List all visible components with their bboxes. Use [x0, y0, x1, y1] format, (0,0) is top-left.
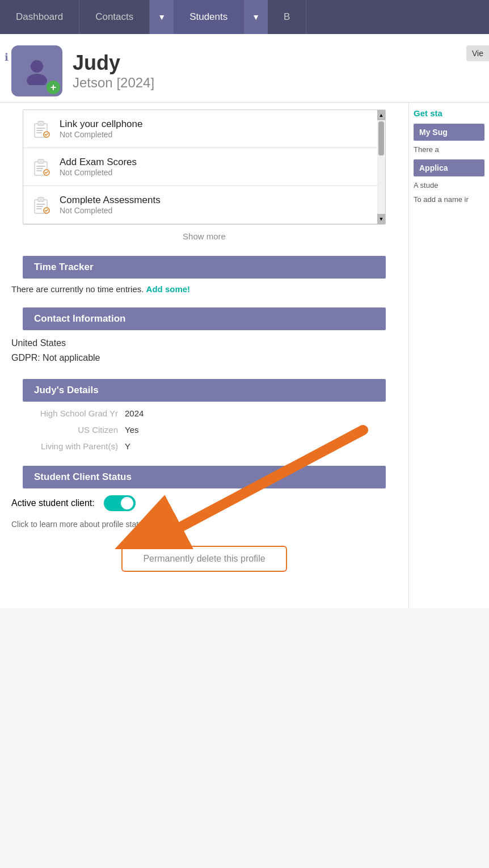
clipboard-icon-3	[30, 194, 52, 216]
svg-rect-12	[38, 198, 44, 201]
checklist-title-assessments: Complete Assessments	[60, 195, 161, 206]
gdpr-text: GDPR: Not applicable	[11, 351, 397, 365]
show-more-button[interactable]: Show more	[11, 225, 397, 248]
gradyr-label: High School Grad Yr	[11, 408, 125, 418]
status-section: Student Client Status Active student cli…	[11, 466, 397, 583]
checklist-text-cellphone: Link your cellphone Not Completed	[60, 119, 142, 139]
my-suggestions-btn[interactable]: My Sug	[414, 124, 484, 141]
info-icon[interactable]: ℹ	[5, 51, 9, 64]
add-some-link[interactable]: Add some!	[146, 284, 191, 294]
no-entries-text: There are currently no time entries.	[11, 284, 144, 294]
nav-b[interactable]: B	[268, 0, 306, 34]
profile-name: Judy Jetson [2024]	[73, 51, 478, 91]
app-text-1: A stude	[414, 181, 484, 189]
view-link[interactable]: Vie	[466, 45, 489, 61]
contact-header: Contact Information	[23, 307, 386, 330]
nav-students-label: Students	[189, 11, 227, 23]
delete-button-wrap: Permanently delete this profile	[11, 538, 397, 583]
checklist-wrapper: Link your cellphone Not Completed	[23, 109, 386, 225]
suggestions-text: There a	[414, 145, 484, 154]
nav-students[interactable]: Students	[174, 0, 244, 34]
details-row-gradyr: High School Grad Yr 2024	[11, 405, 397, 422]
scroll-up-arrow[interactable]: ▲	[377, 110, 385, 120]
checklist-section: Link your cellphone Not Completed	[11, 109, 397, 248]
toggle-slider	[104, 495, 136, 511]
profile-status-info-icon[interactable]: ℹ	[151, 518, 155, 530]
svg-rect-4	[38, 122, 44, 125]
nav-contacts[interactable]: Contacts	[79, 0, 150, 34]
first-name: Judy	[73, 51, 478, 75]
status-header: Student Client Status	[23, 466, 386, 488]
nav-dropdown-2[interactable]: ▼	[244, 0, 268, 34]
checklist-item-exam[interactable]: Add Exam Scores Not Completed	[23, 148, 385, 186]
main-content: Link your cellphone Not Completed	[0, 103, 489, 608]
right-panel: Get sta My Sug There a Applica A stude T…	[408, 103, 489, 608]
avatar[interactable]: +	[11, 45, 62, 96]
checklist-text-exam: Add Exam Scores Not Completed	[60, 157, 137, 177]
profile-status-text: Click to learn more about profile status	[11, 520, 147, 529]
applications-btn[interactable]: Applica	[414, 159, 484, 176]
contact-section: Contact Information United States GDPR: …	[11, 307, 397, 371]
time-tracker-text: There are currently no time entries. Add…	[11, 279, 397, 300]
svg-rect-8	[38, 160, 44, 163]
checklist-status-cellphone: Not Completed	[60, 130, 142, 139]
nav-dashboard-label: Dashboard	[16, 11, 63, 23]
details-section: Judy's Details High School Grad Yr 2024 …	[11, 379, 397, 458]
scrollbar[interactable]: ▲ ▼	[377, 110, 385, 224]
toggle-knob	[121, 497, 133, 509]
scroll-thumb[interactable]	[378, 121, 384, 155]
svg-point-0	[31, 60, 43, 73]
country-text: United States	[11, 336, 397, 351]
checklist-item-cellphone[interactable]: Link your cellphone Not Completed	[23, 110, 385, 148]
app-text-2: To add a name ir	[414, 195, 484, 204]
profile-status-link[interactable]: Click to learn more about profile status…	[11, 515, 397, 538]
citizen-label: US Citizen	[11, 425, 125, 435]
get-started-label: Get sta	[414, 108, 484, 118]
status-toggle-row: Active student client:	[11, 488, 397, 515]
avatar-person-icon	[23, 57, 51, 85]
svg-point-1	[27, 74, 47, 85]
living-value: Y	[125, 441, 397, 451]
time-tracker-header: Time Tracker	[23, 256, 386, 279]
active-toggle[interactable]	[104, 495, 136, 511]
checklist-title-cellphone: Link your cellphone	[60, 119, 142, 130]
scroll-down-arrow[interactable]: ▼	[377, 214, 385, 224]
active-label: Active student client:	[11, 498, 95, 508]
checklist-status-assessments: Not Completed	[60, 206, 161, 215]
citizen-value: Yes	[125, 425, 397, 435]
details-header: Judy's Details	[23, 379, 386, 402]
delete-profile-button[interactable]: Permanently delete this profile	[121, 546, 286, 572]
left-column: Link your cellphone Not Completed	[0, 103, 408, 608]
avatar-add-icon[interactable]: +	[47, 81, 60, 94]
gradyr-value: 2024	[125, 408, 397, 418]
nav-dropdown-1[interactable]: ▼	[150, 0, 174, 34]
clipboard-icon-2	[30, 156, 52, 178]
details-rows: High School Grad Yr 2024 US Citizen Yes …	[11, 402, 397, 458]
checklist-text-assessments: Complete Assessments Not Completed	[60, 195, 161, 215]
profile-header: ℹ + Judy Jetson [2024] Vie	[0, 34, 489, 103]
nav-contacts-label: Contacts	[95, 11, 133, 23]
time-tracker-section: Time Tracker There are currently no time…	[11, 256, 397, 300]
checklist-title-exam: Add Exam Scores	[60, 157, 137, 168]
nav-b-label: B	[284, 11, 290, 23]
checklist-status-exam: Not Completed	[60, 168, 137, 177]
details-row-citizen: US Citizen Yes	[11, 422, 397, 438]
living-label: Living with Parent(s)	[11, 441, 125, 451]
nav-bar: Dashboard Contacts ▼ Students ▼ B	[0, 0, 489, 34]
last-name-year: Jetson [2024]	[73, 75, 478, 91]
checklist-item-assessments[interactable]: Complete Assessments Not Completed	[23, 186, 385, 224]
details-row-living: Living with Parent(s) Y	[11, 438, 397, 454]
nav-dashboard[interactable]: Dashboard	[0, 0, 79, 34]
clipboard-icon-1	[30, 118, 52, 140]
